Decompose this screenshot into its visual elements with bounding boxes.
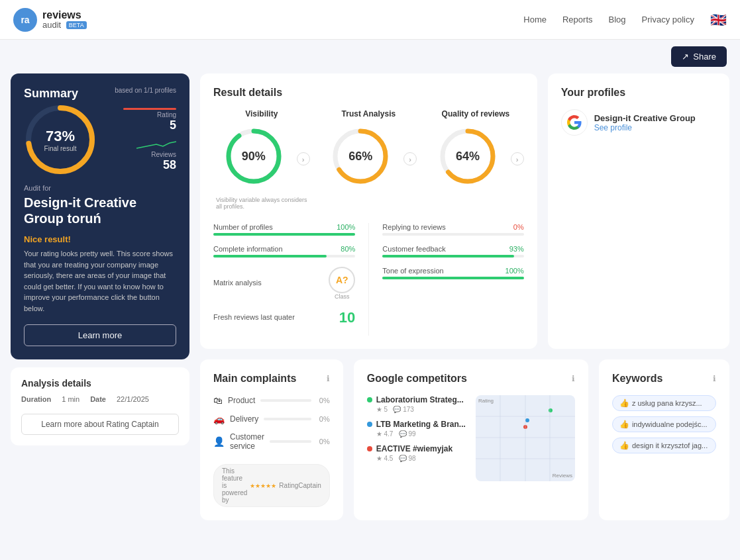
see-profile-link[interactable]: See profile (594, 123, 696, 132)
stars-icon: ★★★★★ (250, 483, 276, 489)
result-text: Your rating looks pretty well. This scor… (24, 248, 176, 314)
quality-arrow[interactable]: › (511, 152, 524, 165)
logo-beta: BETA (66, 21, 87, 29)
complaints-header: Main complaints ℹ (213, 373, 330, 385)
keyword-3-thumb: 👍 (619, 441, 629, 450)
delivery-bar (264, 418, 311, 420)
competitor-2-meta: ★ 4.7 💬 99 (376, 430, 468, 438)
customer-feedback-row: Customer feedback 93% (382, 245, 523, 257)
num-profiles-row: Number of profiles 100% (213, 223, 355, 236)
nav-home[interactable]: Home (523, 15, 547, 24)
visibility-arrow[interactable]: › (297, 152, 310, 165)
nice-result: Nice result! (24, 234, 176, 244)
summary-right: Rating 5 Reviews 58 (105, 108, 176, 172)
rating-row: Rating 5 (105, 108, 176, 132)
complaints-title: Main complaints (213, 373, 296, 385)
date-label: Date (90, 395, 106, 403)
customer-feedback-value: 93% (509, 245, 524, 255)
matrix-label: Matrix analysis (213, 279, 262, 287)
powered-label: This feature is powered by (222, 467, 247, 504)
date-value: 22/1/2025 (117, 395, 149, 403)
result-details-grid: Number of profiles 100% Complete informa… (213, 223, 524, 336)
complaints-info-icon[interactable]: ℹ (327, 374, 330, 383)
competitor-2-name: LTB Marketing & Bran... (367, 420, 468, 429)
keywords-info-icon[interactable]: ℹ (713, 374, 716, 383)
competitor-3-meta: ★ 4.5 💬 98 (376, 455, 468, 462)
keyword-3: 👍 design it krzysztof jag... (612, 438, 716, 453)
customer-feedback-label: Customer feedback (382, 245, 445, 253)
analysis-details-row: Duration 1 min Date 22/1/2025 (21, 395, 179, 403)
trust-label: Trust Analysis (321, 109, 417, 118)
customer-feedback-bar (382, 255, 523, 257)
audit-for: Audit for (24, 184, 176, 192)
result-details-card: Result details Visibility 90% (200, 73, 537, 349)
nav-privacy[interactable]: Privacy policy (642, 15, 694, 24)
duration-label: Duration (21, 395, 51, 403)
competitors-info-icon[interactable]: ℹ (572, 374, 575, 383)
powered-brand: RatingCaptain (279, 482, 321, 489)
analysis-title: Analysis details (21, 378, 179, 389)
competitor-3-dot (367, 446, 372, 451)
score-circle: 73% Final result (24, 103, 97, 176)
fresh-reviews-value: 10 (339, 309, 355, 326)
customer-service-bar-wrap (270, 440, 311, 443)
fresh-reviews-row: Fresh reviews last quater 10 (213, 309, 355, 326)
trust-arrow[interactable]: › (403, 152, 417, 165)
trust-percent: 66% (348, 150, 372, 163)
learn-more-button[interactable]: Learn more (24, 324, 176, 346)
competitor-2: LTB Marketing & Bran... ★ 4.7 💬 99 (367, 420, 468, 438)
replying-label: Replying to reviews (382, 223, 445, 231)
profiles-title: Your profiles (561, 87, 716, 99)
competitor-3: EACTIVE #wiemyjak ★ 4.5 💬 98 (367, 444, 468, 462)
keyword-3-text: design it krzysztof jag... (632, 442, 708, 449)
matrix-row: Matrix analysis A? Class (213, 267, 355, 300)
competitors-title: Google competitors (367, 373, 467, 385)
keyword-2: 👍 indywidualne podejśc... (612, 416, 716, 432)
flag-icon[interactable]: 🇬🇧 (710, 12, 727, 28)
duration-value: 1 min (62, 395, 79, 403)
nav-blog[interactable]: Blog (609, 15, 626, 24)
logo-audit: audit BETA (42, 21, 87, 30)
fresh-reviews-label: Fresh reviews last quater (213, 313, 295, 321)
visibility-percent: 90% (242, 150, 266, 163)
sidebar: Summary based on 1/1 profiles 73% Final … (11, 73, 189, 520)
delivery-label: Delivery (230, 414, 258, 424)
trust-circle: 66% (331, 126, 390, 186)
top-row: Result details Visibility 90% (200, 73, 729, 349)
rating-label: Rating (157, 111, 176, 118)
complete-info-value: 80% (341, 245, 355, 255)
visibility-circle: 90% (224, 126, 284, 186)
keywords-header: Keywords ℹ (612, 373, 716, 385)
rating-bar (123, 108, 176, 110)
profiles-card: Your profiles Design-it Creative Group S… (548, 73, 729, 349)
competitor-3-name: EACTIVE #wiemyjak (367, 444, 468, 453)
rating-captain-button[interactable]: Learn more about Rating Captain (21, 414, 179, 435)
reviews-sparkline (136, 138, 176, 151)
customer-service-pct: 0% (319, 438, 330, 445)
competitors-content: Laboratorium Strateg... ★ 5 💬 173 LTB Ma… (367, 395, 575, 481)
nav: Home Reports Blog Privacy policy 🇬🇧 (523, 12, 727, 28)
tone-value: 100% (505, 267, 524, 277)
keyword-1-thumb: 👍 (619, 398, 629, 408)
summary-card: Summary based on 1/1 profiles 73% Final … (11, 73, 189, 359)
num-profiles-bar (213, 233, 355, 236)
share-button[interactable]: ↗ Share (671, 46, 727, 67)
trust-metric: Trust Analysis 66% › (321, 109, 417, 210)
competitors-header: Google competitors ℹ (367, 373, 575, 385)
content-area: Result details Visibility 90% (200, 73, 729, 520)
nav-reports[interactable]: Reports (562, 15, 593, 24)
competitor-list: Laboratorium Strateg... ★ 5 💬 173 LTB Ma… (367, 395, 468, 481)
profile-logo (561, 109, 588, 136)
result-metrics: Visibility 90% › Visibility va (213, 109, 524, 210)
visibility-metric: Visibility 90% › Visibility va (213, 109, 310, 210)
complaint-customer-service: 👤 Customer service 0% (213, 432, 330, 451)
complaint-product: 🛍 Product 0% (213, 395, 330, 406)
complete-info-label: Complete information (213, 245, 283, 253)
delivery-bar-wrap (264, 418, 311, 420)
keyword-1: 👍 z usług pana krzysz... (612, 395, 716, 411)
num-profiles-label: Number of profiles (213, 223, 273, 231)
product-pct: 0% (319, 397, 330, 404)
competitor-1-name: Laboratorium Strateg... (367, 395, 468, 404)
keyword-2-thumb: 👍 (619, 420, 629, 429)
profile-name: Design-it Creative Group (594, 113, 696, 123)
